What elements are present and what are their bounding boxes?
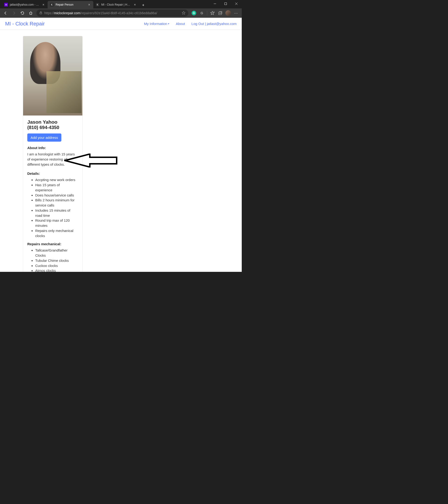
profile-photo bbox=[23, 36, 82, 115]
about-text: I am a horologist with 15 years of exper… bbox=[27, 152, 78, 167]
list-item: Cuckoo clocks bbox=[35, 263, 78, 268]
tab-close-icon[interactable]: × bbox=[133, 3, 137, 6]
new-tab-button[interactable]: + bbox=[140, 2, 146, 8]
tab-favicon-icon: K bbox=[50, 3, 54, 6]
browser-toolbar: https://miclockrepair.com/repairers/92e1… bbox=[0, 8, 242, 18]
favorite-icon[interactable] bbox=[182, 11, 185, 15]
separator bbox=[207, 11, 207, 15]
minimize-button[interactable] bbox=[210, 0, 220, 7]
list-item: Includes 15 minutes of road time bbox=[35, 208, 78, 218]
tab-yahoo-mail[interactable]: ✉ jatlast@yahoo.com - Yahoo Mail × bbox=[2, 1, 48, 8]
brand-link[interactable]: MI - Clock Repair bbox=[5, 21, 45, 27]
svg-rect-4 bbox=[40, 13, 42, 14]
nav-logout[interactable]: Log Out | jatlast@yahoo.com bbox=[192, 22, 237, 26]
tab-home[interactable]: K MI - Clock Repair | Home × bbox=[93, 1, 139, 8]
tab-close-icon[interactable]: × bbox=[41, 3, 45, 6]
about-label: About Info: bbox=[27, 146, 78, 150]
svg-rect-1 bbox=[225, 3, 227, 5]
tab-close-icon[interactable]: × bbox=[87, 3, 91, 6]
details-label: Details: bbox=[27, 172, 78, 176]
grammarly-extension-icon[interactable]: G bbox=[190, 9, 198, 17]
nav-about[interactable]: About bbox=[176, 22, 185, 26]
refresh-button[interactable] bbox=[19, 9, 26, 17]
list-item: Round trip max of 120 minutes bbox=[35, 218, 78, 228]
url-text: https://miclockrepair.com/repairers/92e1… bbox=[44, 11, 180, 15]
extension-icon[interactable]: G bbox=[198, 9, 206, 17]
collections-icon[interactable] bbox=[216, 9, 224, 17]
tab-title: MI - Clock Repair | Home bbox=[101, 3, 131, 6]
details-list: Accpting new work orders Has 15 years of… bbox=[27, 177, 78, 238]
profile-avatar[interactable] bbox=[224, 9, 232, 17]
list-item: Repairs only mechanical clocks bbox=[35, 228, 78, 238]
list-item: Bills 2 hours minimum for service calls bbox=[35, 198, 78, 208]
content: Jason Yahoo (810) 694-4350 Add your addr… bbox=[0, 30, 242, 272]
tab-title: jatlast@yahoo.com - Yahoo Mail bbox=[10, 3, 40, 6]
tab-title: Repair Person bbox=[55, 3, 85, 6]
forward-button[interactable] bbox=[10, 9, 18, 17]
close-window-button[interactable] bbox=[231, 0, 242, 7]
back-button[interactable] bbox=[2, 9, 9, 17]
list-item: Does house/service calls bbox=[35, 193, 78, 198]
repairs-label: Repairs mechanical: bbox=[27, 242, 78, 246]
profile-card: Jason Yahoo (810) 694-4350 Add your addr… bbox=[23, 36, 83, 272]
tab-repair-person[interactable]: K Repair Person × bbox=[48, 1, 93, 8]
list-item: Has 15 years of experience bbox=[35, 182, 78, 193]
add-address-button[interactable]: Add your address bbox=[27, 133, 61, 142]
tab-bar: ✉ jatlast@yahoo.com - Yahoo Mail × K Rep… bbox=[0, 0, 242, 8]
list-item: Atmos clocks bbox=[35, 268, 78, 272]
caret-down-icon: ▾ bbox=[168, 22, 169, 25]
site-nav: MI - Clock Repair My Information ▾ About… bbox=[0, 18, 242, 30]
profile-name: Jason Yahoo bbox=[27, 119, 78, 125]
tab-favicon-icon: ✉ bbox=[4, 3, 8, 6]
list-item: Tubular Chime clocks bbox=[35, 258, 78, 263]
favorites-icon[interactable] bbox=[209, 9, 216, 17]
profile-phone: (810) 694-4350 bbox=[27, 125, 78, 130]
nav-my-information[interactable]: My Information ▾ bbox=[144, 22, 169, 26]
address-bar[interactable]: https://miclockrepair.com/repairers/92e1… bbox=[36, 10, 188, 17]
maximize-button[interactable] bbox=[220, 0, 231, 7]
more-menu-icon[interactable]: ⋯ bbox=[233, 9, 240, 17]
repairs-list: Tallcase/Grandfather Clocks Tubular Chim… bbox=[27, 248, 78, 272]
tab-favicon-icon: K bbox=[96, 3, 99, 6]
home-button[interactable] bbox=[27, 9, 35, 17]
list-item: Accpting new work orders bbox=[35, 177, 78, 182]
page-viewport: MI - Clock Repair My Information ▾ About… bbox=[0, 18, 242, 272]
lock-icon bbox=[39, 11, 42, 15]
list-item: Tallcase/Grandfather Clocks bbox=[35, 248, 78, 258]
